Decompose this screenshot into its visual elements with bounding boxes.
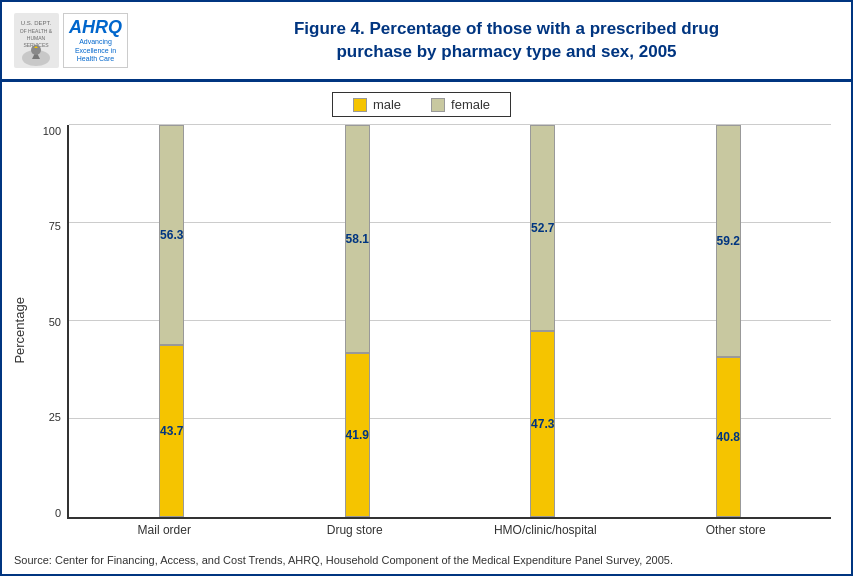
x-label-0: Mail order xyxy=(69,523,260,537)
male-swatch xyxy=(353,98,367,112)
female-swatch xyxy=(431,98,445,112)
x-label-2: HMO/clinic/hospital xyxy=(450,523,641,537)
ahrq-logo: AHRQ Advancing Excellence in Health Care xyxy=(63,13,128,67)
y-tick-100: 100 xyxy=(43,125,61,137)
bar-male-3: 40.8 xyxy=(716,357,741,517)
y-axis-label: Percentage xyxy=(12,125,32,537)
bar-male-label-2: 47.3 xyxy=(531,417,554,431)
bar-female-label-3: 59.2 xyxy=(717,234,740,248)
x-label-3: Other store xyxy=(641,523,832,537)
bar-male-2: 47.3 xyxy=(530,331,555,516)
bar-female-label-1: 58.1 xyxy=(346,232,369,246)
x-labels: Mail orderDrug storeHMO/clinic/hospitalO… xyxy=(37,523,831,537)
svg-text:OF HEALTH &: OF HEALTH & xyxy=(20,28,53,34)
chart-area: male female Percentage 0 25 50 75 100 xyxy=(2,82,851,547)
hhs-logo: U.S. DEPT. OF HEALTH & HUMAN SERVICES xyxy=(14,13,59,68)
bar-group-0: 56.343.7 xyxy=(79,125,265,517)
ahrq-brand: AHRQ xyxy=(69,17,122,38)
header: U.S. DEPT. OF HEALTH & HUMAN SERVICES AH… xyxy=(2,2,851,82)
bar-group-1: 58.141.9 xyxy=(265,125,451,517)
y-tick-50: 50 xyxy=(49,316,61,328)
y-tick-75: 75 xyxy=(49,220,61,232)
chart-title: Figure 4. Percentage of those with a pre… xyxy=(184,18,829,62)
bar-female-2: 52.7 xyxy=(530,125,555,331)
y-tick-0: 0 xyxy=(55,507,61,519)
bar-male-label-0: 43.7 xyxy=(160,424,183,438)
y-ticks: 0 25 50 75 100 xyxy=(37,125,67,519)
bar-group-2: 52.747.3 xyxy=(450,125,636,517)
bar-male-0: 43.7 xyxy=(159,345,184,516)
y-tick-25: 25 xyxy=(49,411,61,423)
logo-area: U.S. DEPT. OF HEALTH & HUMAN SERVICES AH… xyxy=(14,13,174,68)
male-label: male xyxy=(373,97,401,112)
bars-row: 56.343.758.141.952.747.359.240.8 xyxy=(67,125,831,519)
svg-text:U.S. DEPT.: U.S. DEPT. xyxy=(21,20,52,26)
bar-female-label-0: 56.3 xyxy=(160,228,183,242)
bar-male-1: 41.9 xyxy=(345,353,370,517)
legend: male female xyxy=(332,92,511,117)
bar-male-label-3: 40.8 xyxy=(717,430,740,444)
bar-female-0: 56.3 xyxy=(159,125,184,345)
bar-female-1: 58.1 xyxy=(345,125,370,353)
female-label: female xyxy=(451,97,490,112)
ahrq-tagline: Advancing Excellence in Health Care xyxy=(75,38,116,63)
source-text: Source: Center for Financing, Access, an… xyxy=(2,547,851,574)
bar-female-3: 59.2 xyxy=(716,125,741,357)
legend-female: female xyxy=(431,97,490,112)
x-label-1: Drug store xyxy=(260,523,451,537)
chart-body: Percentage 0 25 50 75 100 xyxy=(12,125,831,537)
chart-title-area: Figure 4. Percentage of those with a pre… xyxy=(174,18,839,62)
bar-group-3: 59.240.8 xyxy=(636,125,822,517)
svg-text:HUMAN: HUMAN xyxy=(27,35,46,41)
bars-and-yaxis: 0 25 50 75 100 xyxy=(37,125,831,519)
bar-male-label-1: 41.9 xyxy=(346,428,369,442)
chart-plot: 0 25 50 75 100 xyxy=(37,125,831,537)
bar-female-label-2: 52.7 xyxy=(531,221,554,235)
bars-container: 56.343.758.141.952.747.359.240.8 xyxy=(67,125,831,519)
main-container: U.S. DEPT. OF HEALTH & HUMAN SERVICES AH… xyxy=(0,0,853,576)
legend-male: male xyxy=(353,97,401,112)
